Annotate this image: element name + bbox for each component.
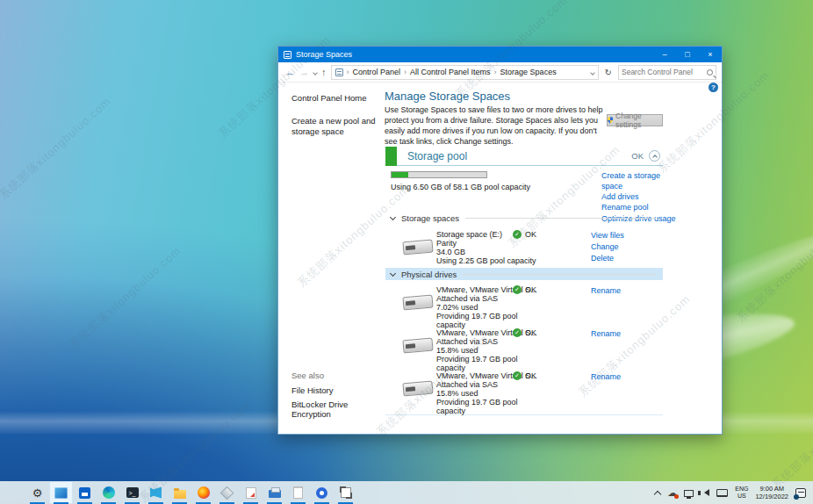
section-divider (465, 218, 656, 219)
ok-check-icon: ✓ (513, 285, 522, 294)
drive-actions: Rename (591, 328, 621, 340)
collapse-pool-button[interactable] (649, 150, 660, 162)
drive-attachment: Attached via SAS (436, 294, 535, 303)
taskbar-printer-icon[interactable] (263, 481, 286, 504)
search-input[interactable] (622, 68, 707, 76)
view-files-link[interactable]: View files (591, 230, 624, 241)
drive-icon (402, 240, 433, 256)
breadcrumb-all-items[interactable]: All Control Panel Items (410, 68, 491, 76)
window-title: Storage Spaces (296, 50, 653, 59)
taskbar-game-bar-icon[interactable] (310, 481, 334, 504)
breadcrumb-storage-spaces[interactable]: Storage Spaces (500, 68, 557, 76)
drive-icon (402, 338, 433, 354)
physical-drives-section-header[interactable]: Physical drives (385, 268, 663, 280)
taskbar-terminal-icon[interactable]: >_ (120, 481, 144, 504)
rename-link[interactable]: Rename (591, 371, 621, 383)
drive-details: VMware, VMware Virtual S... Attached via… (436, 328, 568, 372)
sidebar-item-bitlocker[interactable]: BitLocker Drive Encryption (291, 400, 382, 419)
search-box (618, 65, 716, 80)
ok-check-icon: ✓ (513, 371, 522, 380)
sidebar-item-control-panel-home[interactable]: Control Panel Home (291, 93, 377, 103)
breadcrumb-control-panel[interactable]: Control Panel (353, 68, 401, 76)
taskbar-3d-viewer-icon[interactable] (215, 481, 239, 504)
storage-spaces-section-header[interactable]: Storage spaces (391, 213, 656, 223)
back-button[interactable]: ← (285, 67, 295, 77)
forward-button[interactable]: → (299, 67, 309, 77)
taskbar-firefox-icon[interactable] (191, 481, 215, 504)
storage-space-size: 34.0 GB (436, 248, 568, 256)
chevron-down-icon (390, 214, 396, 220)
refresh-button[interactable]: ↻ (605, 68, 612, 77)
window-body: Control Panel Home Create a new pool and… (278, 83, 722, 434)
physical-drive-row: VMware, VMware Virtual S... Attached via… (385, 328, 663, 371)
drive-name: VMware, VMware Virtual S... (436, 371, 564, 380)
change-link[interactable]: Change (591, 241, 624, 253)
taskbar: ⚙ >_ ☁ ENGUS 9:00 AM12/19/2022 (0, 481, 813, 504)
maximize-button[interactable]: □ (676, 47, 699, 62)
taskbar-vscode-icon[interactable] (144, 481, 168, 504)
minimize-button[interactable]: – (653, 47, 676, 62)
status-label: OK (525, 285, 536, 294)
storage-space-name: Storage space (E:) (436, 230, 564, 239)
taskbar-store-icon[interactable] (73, 481, 97, 504)
delete-link[interactable]: Delete (591, 253, 624, 264)
drive-used: 15.8% used (436, 389, 535, 398)
language-indicator[interactable]: ENGUS (735, 486, 748, 500)
taskbar-edge-icon[interactable] (97, 481, 120, 504)
storage-space-details: Storage space (E:) Parity 34.0 GB Using … (436, 230, 568, 265)
change-settings-button[interactable]: Change settings (607, 114, 663, 126)
storage-spaces-window-icon (284, 51, 291, 59)
volume-icon[interactable] (701, 489, 709, 496)
taskbar-control-panel-active-icon[interactable] (49, 481, 73, 504)
rename-link[interactable]: Rename (591, 285, 621, 297)
physical-drive-row: VMware, VMware Virtual S... Attached via… (385, 371, 663, 414)
address-bar[interactable]: › Control Panel › All Control Panel Item… (331, 65, 599, 80)
up-button[interactable]: ↑ (321, 67, 327, 77)
sidebar-item-file-history[interactable]: File History (291, 385, 382, 395)
rename-pool-link[interactable]: Rename pool (601, 202, 663, 212)
window-titlebar[interactable]: Storage Spaces – □ × (278, 47, 722, 62)
recent-pages-dropdown[interactable] (313, 64, 317, 80)
storage-pool-header: Storage pool OK (385, 147, 663, 166)
drive-attachment: Attached via SAS (436, 337, 535, 346)
taskbar-file-explorer-icon[interactable] (168, 481, 191, 504)
status-badge: ✓ OK (513, 371, 536, 380)
drive-details: VMware, VMware Virtual S... Attached via… (436, 371, 568, 415)
taskbar-snipping-tool-icon[interactable] (334, 481, 357, 504)
storage-space-usage: Using 2.25 GB pool capacity (436, 256, 568, 265)
action-center-icon[interactable] (795, 488, 806, 498)
taskbar-notepad-icon[interactable] (286, 481, 310, 504)
uac-shield-icon (608, 117, 613, 124)
see-also-heading: See also (291, 371, 382, 380)
drive-actions: Rename (591, 285, 621, 297)
rename-link[interactable]: Rename (591, 328, 621, 340)
start-button[interactable] (2, 481, 25, 504)
control-panel-icon (335, 68, 343, 76)
taskbar-paint-icon[interactable] (239, 481, 263, 504)
add-drives-link[interactable]: Add drives (601, 191, 663, 202)
pool-status-color-bar (385, 147, 397, 166)
taskbar-settings-icon[interactable]: ⚙ (25, 481, 49, 504)
address-dropdown[interactable] (591, 64, 594, 80)
close-button[interactable]: × (699, 47, 722, 62)
breadcrumb-separator-icon: › (494, 68, 497, 76)
clock[interactable]: 9:00 AM12/19/2022 (755, 485, 788, 501)
pool-usage-text: Using 6.50 GB of 58.1 GB pool capacity (391, 183, 530, 191)
storage-pool-panel: Storage pool OK Using 6.50 GB of 58.1 GB… (385, 147, 663, 415)
storage-spaces-section-label: Storage spaces (401, 213, 459, 223)
search-icon[interactable] (707, 69, 713, 76)
drive-actions: Rename (591, 371, 621, 383)
drive-attachment: Attached via SAS (436, 380, 535, 389)
tray-overflow-chevron-icon[interactable] (654, 490, 661, 497)
ok-check-icon: ✓ (513, 328, 522, 337)
help-icon[interactable]: ? (709, 83, 718, 92)
sidebar-item-create-pool[interactable]: Create a new pool and storage space (291, 116, 376, 138)
touch-keyboard-icon[interactable] (716, 489, 728, 497)
onedrive-error-icon[interactable]: ☁ (667, 488, 677, 498)
page-description: Use Storage Spaces to save files to two … (385, 105, 607, 148)
drive-used: 7.02% used (436, 303, 535, 312)
create-storage-space-link[interactable]: Create a storage space (601, 170, 663, 191)
network-icon[interactable] (684, 490, 694, 497)
drive-name: VMware, VMware Virtual S... (436, 328, 564, 337)
storage-spaces-window: Storage Spaces – □ × ← → ↑ › Control Pan… (277, 46, 723, 435)
